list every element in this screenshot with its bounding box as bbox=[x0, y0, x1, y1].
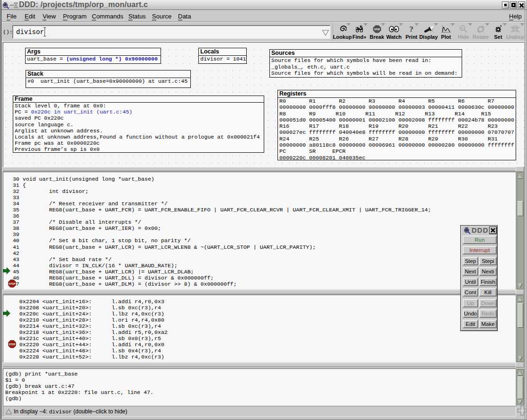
svg-text:STOP: STOP bbox=[9, 282, 16, 285]
svg-text:?: ? bbox=[410, 25, 414, 33]
svg-text:STOP: STOP bbox=[374, 28, 380, 31]
svg-text:STOP: STOP bbox=[9, 343, 16, 346]
